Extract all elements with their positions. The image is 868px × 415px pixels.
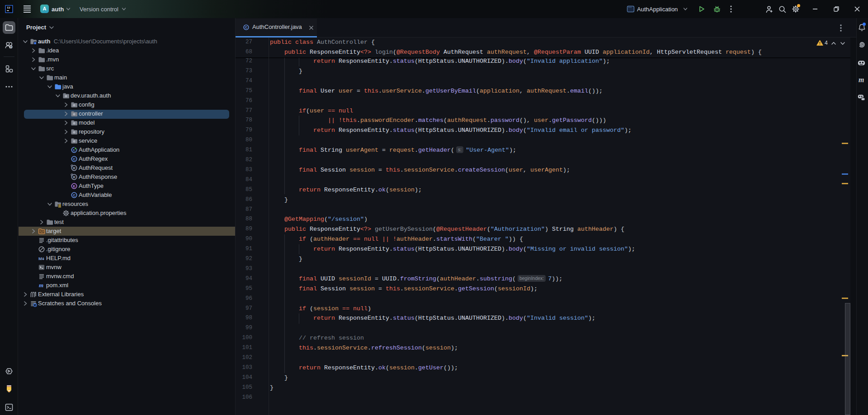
svg-text:C: C <box>73 193 75 197</box>
svg-text:R: R <box>73 175 75 179</box>
svg-text:C: C <box>73 157 75 161</box>
svg-text:IJ: IJ <box>7 6 10 9</box>
svg-text:R: R <box>73 166 75 170</box>
svg-text:m: m <box>39 282 43 289</box>
svg-text:M: M <box>38 256 42 261</box>
svg-text:E: E <box>73 184 75 188</box>
svg-text:C: C <box>245 25 248 29</box>
svg-text:?: ? <box>10 46 12 49</box>
